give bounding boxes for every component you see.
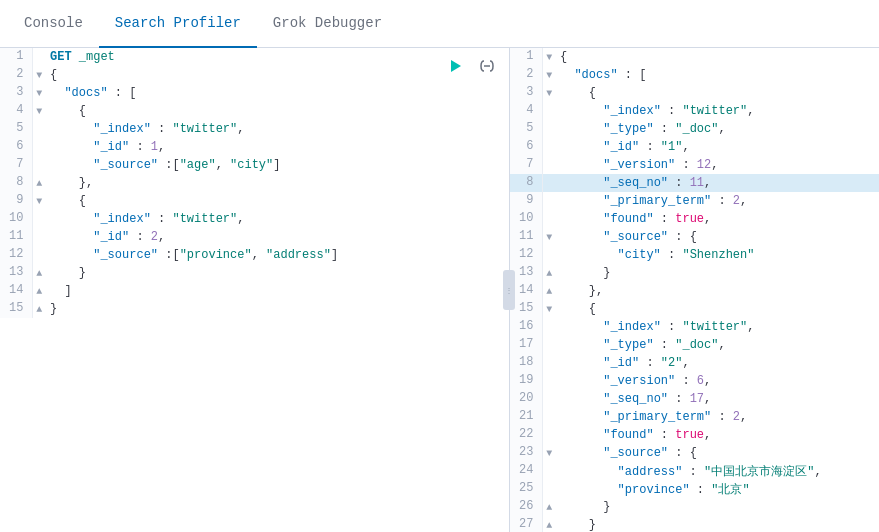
fold-indicator[interactable]: ▲ bbox=[542, 498, 556, 516]
code-line: "found" : true, bbox=[556, 426, 879, 444]
line-number: 1 bbox=[0, 48, 32, 66]
fold-indicator[interactable]: ▼ bbox=[32, 192, 46, 210]
line-number: 4 bbox=[0, 102, 32, 120]
copy-as-curl-button[interactable] bbox=[473, 52, 501, 80]
code-line: "_type" : "_doc", bbox=[556, 336, 879, 354]
table-row: 10 "found" : true, bbox=[510, 210, 879, 228]
line-number: 22 bbox=[510, 426, 542, 444]
table-row: 13▲ } bbox=[510, 264, 879, 282]
right-code-table: 1▼{2▼ "docs" : [3▼ {4 "_index" : "twitte… bbox=[510, 48, 879, 532]
fold-indicator[interactable]: ▼ bbox=[32, 102, 46, 120]
left-code-table: 1GET _mget2▼{3▼ "docs" : [4▼ {5 "_index"… bbox=[0, 48, 509, 318]
line-number: 6 bbox=[510, 138, 542, 156]
fold-indicator bbox=[542, 354, 556, 372]
line-number: 23 bbox=[510, 444, 542, 462]
fold-indicator[interactable]: ▼ bbox=[542, 48, 556, 66]
tab-console[interactable]: Console bbox=[8, 0, 99, 48]
fold-indicator[interactable]: ▲ bbox=[542, 282, 556, 300]
tab-search-profiler[interactable]: Search Profiler bbox=[99, 0, 257, 48]
table-row: 8 "_seq_no" : 11, bbox=[510, 174, 879, 192]
table-row: 6 "_id" : "1", bbox=[510, 138, 879, 156]
fold-indicator[interactable]: ▲ bbox=[32, 264, 46, 282]
run-button[interactable] bbox=[441, 52, 469, 80]
fold-indicator[interactable]: ▼ bbox=[542, 228, 556, 246]
table-row: 8▲ }, bbox=[0, 174, 509, 192]
code-line: "_source" :["age", "city"] bbox=[46, 156, 509, 174]
fold-indicator bbox=[542, 336, 556, 354]
table-row: 14▲ }, bbox=[510, 282, 879, 300]
table-row: 9▼ { bbox=[0, 192, 509, 210]
fold-indicator[interactable]: ▼ bbox=[542, 300, 556, 318]
fold-indicator bbox=[32, 138, 46, 156]
fold-indicator bbox=[542, 210, 556, 228]
right-code-area[interactable]: 1▼{2▼ "docs" : [3▼ {4 "_index" : "twitte… bbox=[510, 48, 879, 532]
table-row: 1▼{ bbox=[510, 48, 879, 66]
table-row: 4▼ { bbox=[0, 102, 509, 120]
table-row: 10 "_index" : "twitter", bbox=[0, 210, 509, 228]
fold-indicator bbox=[32, 246, 46, 264]
table-row: 15▼ { bbox=[510, 300, 879, 318]
table-row: 11▼ "_source" : { bbox=[510, 228, 879, 246]
table-row: 11 "_id" : 2, bbox=[0, 228, 509, 246]
line-number: 19 bbox=[510, 372, 542, 390]
code-line: "_index" : "twitter", bbox=[46, 210, 509, 228]
line-number: 18 bbox=[510, 354, 542, 372]
table-row: 12 "city" : "Shenzhen" bbox=[510, 246, 879, 264]
table-row: 21 "_primary_term" : 2, bbox=[510, 408, 879, 426]
code-line: "_source" :["province", "address"] bbox=[46, 246, 509, 264]
line-number: 25 bbox=[510, 480, 542, 498]
fold-indicator[interactable]: ▼ bbox=[542, 444, 556, 462]
line-number: 3 bbox=[0, 84, 32, 102]
table-row: 26▲ } bbox=[510, 498, 879, 516]
code-line: "_index" : "twitter", bbox=[556, 102, 879, 120]
table-row: 23▼ "_source" : { bbox=[510, 444, 879, 462]
table-row: 3▼ "docs" : [ bbox=[0, 84, 509, 102]
line-number: 11 bbox=[510, 228, 542, 246]
fold-indicator bbox=[542, 480, 556, 498]
fold-indicator[interactable]: ▲ bbox=[32, 174, 46, 192]
line-number: 27 bbox=[510, 516, 542, 532]
fold-indicator bbox=[32, 210, 46, 228]
table-row: 2▼ "docs" : [ bbox=[510, 66, 879, 84]
line-number: 2 bbox=[0, 66, 32, 84]
code-line: "_id" : 1, bbox=[46, 138, 509, 156]
table-row: 19 "_version" : 6, bbox=[510, 372, 879, 390]
line-number: 20 bbox=[510, 390, 542, 408]
fold-indicator[interactable]: ▲ bbox=[542, 516, 556, 532]
line-number: 4 bbox=[510, 102, 542, 120]
fold-indicator bbox=[542, 246, 556, 264]
code-line: "_seq_no" : 17, bbox=[556, 390, 879, 408]
code-line: "_seq_no" : 11, bbox=[556, 174, 879, 192]
code-line: "_type" : "_doc", bbox=[556, 120, 879, 138]
line-number: 21 bbox=[510, 408, 542, 426]
fold-indicator[interactable]: ▲ bbox=[542, 264, 556, 282]
line-number: 26 bbox=[510, 498, 542, 516]
fold-indicator[interactable]: ▼ bbox=[542, 84, 556, 102]
left-code-area[interactable]: 1GET _mget2▼{3▼ "docs" : [4▼ {5 "_index"… bbox=[0, 48, 509, 532]
fold-indicator[interactable]: ▲ bbox=[32, 282, 46, 300]
code-line: }, bbox=[46, 174, 509, 192]
table-row: 3▼ { bbox=[510, 84, 879, 102]
fold-indicator[interactable]: ▼ bbox=[32, 84, 46, 102]
fold-indicator[interactable]: ▲ bbox=[32, 300, 46, 318]
panel-divider[interactable]: ⋮ bbox=[503, 270, 515, 310]
table-row: 1GET _mget bbox=[0, 48, 509, 66]
line-number: 6 bbox=[0, 138, 32, 156]
table-row: 6 "_id" : 1, bbox=[0, 138, 509, 156]
tab-grok-debugger[interactable]: Grok Debugger bbox=[257, 0, 398, 48]
code-line: "city" : "Shenzhen" bbox=[556, 246, 879, 264]
line-number: 5 bbox=[510, 120, 542, 138]
table-row: 27▲ } bbox=[510, 516, 879, 532]
fold-indicator bbox=[542, 192, 556, 210]
fold-indicator[interactable]: ▼ bbox=[32, 66, 46, 84]
code-line: } bbox=[556, 516, 879, 532]
code-line: } bbox=[556, 498, 879, 516]
fold-indicator bbox=[542, 102, 556, 120]
code-line: "_primary_term" : 2, bbox=[556, 192, 879, 210]
fold-indicator[interactable]: ▼ bbox=[542, 66, 556, 84]
left-editor-panel: 1GET _mget2▼{3▼ "docs" : [4▼ {5 "_index"… bbox=[0, 48, 510, 532]
fold-indicator bbox=[542, 156, 556, 174]
line-number: 10 bbox=[0, 210, 32, 228]
code-line: ] bbox=[46, 282, 509, 300]
line-number: 16 bbox=[510, 318, 542, 336]
